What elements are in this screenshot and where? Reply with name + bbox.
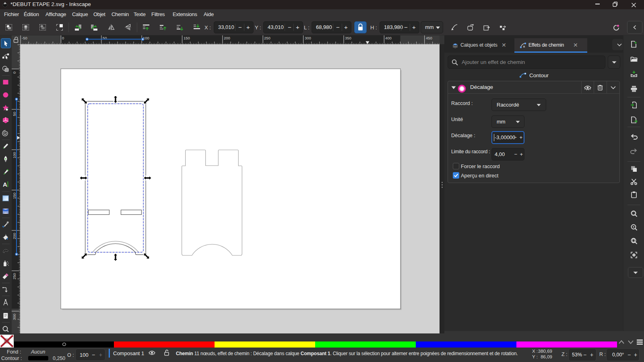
svg-text:0: 0 [12, 72, 17, 74]
svg-text:300: 300 [305, 36, 311, 40]
svg-text:300: 300 [12, 314, 17, 320]
svg-text:200: 200 [224, 36, 230, 40]
svg-text:-50: -50 [22, 36, 27, 40]
svg-text:50: 50 [12, 112, 17, 116]
svg-text:450: 450 [426, 36, 432, 40]
svg-text:200: 200 [12, 233, 17, 239]
svg-text:250: 250 [264, 36, 270, 40]
svg-text:150: 150 [184, 36, 190, 40]
svg-text:150: 150 [12, 193, 17, 199]
svg-text:100: 100 [12, 152, 17, 158]
svg-text:0: 0 [62, 36, 64, 40]
svg-text:A: A [3, 181, 7, 188]
svg-text:350: 350 [345, 36, 351, 40]
svg-text:250: 250 [12, 273, 17, 280]
svg-text:400: 400 [385, 36, 392, 40]
